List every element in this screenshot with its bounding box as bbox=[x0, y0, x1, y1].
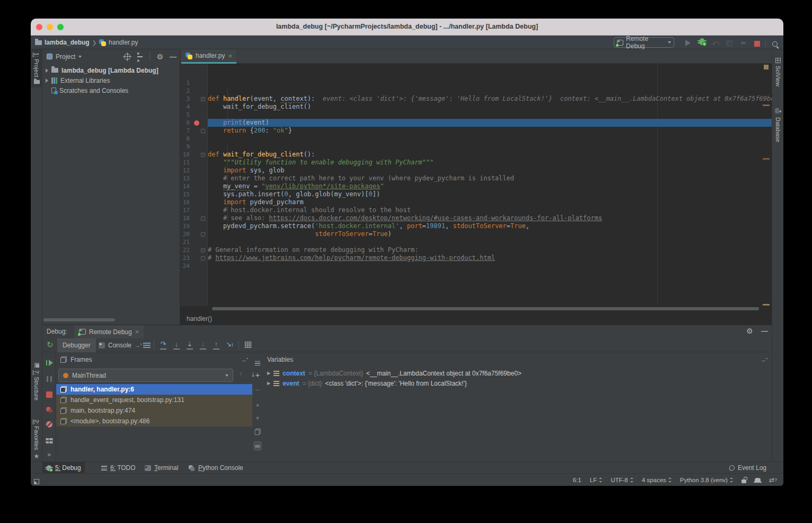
close-icon[interactable]: × bbox=[228, 52, 232, 60]
expand-arrow-icon[interactable]: ▶ bbox=[267, 381, 270, 386]
show-watches-toggle[interactable]: ∞ bbox=[253, 441, 261, 450]
add-watch-icon[interactable]: + bbox=[255, 371, 260, 378]
tool-window-button-terminal[interactable]: Terminal bbox=[141, 462, 182, 474]
tool-window-button-structure[interactable]: 7: Structure bbox=[31, 360, 42, 404]
fold-marker-icon[interactable] bbox=[201, 248, 205, 252]
move-down-icon[interactable]: ▼ bbox=[255, 415, 260, 422]
stack-frame-row[interactable]: main, bootstrap.py:474 bbox=[56, 405, 252, 416]
tool-window-button-project[interactable]: 1: Project bbox=[31, 49, 42, 88]
editor-horizontal-scrollbar[interactable] bbox=[212, 307, 759, 310]
step-into-icon[interactable]: ↓ bbox=[171, 341, 182, 350]
tab-console[interactable]: Console → bbox=[93, 338, 147, 352]
run-configuration-select[interactable]: Remote Debug bbox=[614, 37, 674, 48]
project-horizontal-scrollbar[interactable] bbox=[43, 318, 115, 321]
pause-icon[interactable] bbox=[47, 374, 52, 384]
hide-panel-icon[interactable]: — bbox=[761, 327, 768, 335]
fold-marker-icon[interactable] bbox=[201, 153, 205, 157]
tool-window-button--todo[interactable]: 6: TODO bbox=[98, 462, 139, 474]
more-actions-icon[interactable]: » bbox=[47, 451, 51, 458]
indent-widget[interactable]: 4 spaces bbox=[642, 477, 672, 483]
pin-icon[interactable]: → bbox=[241, 356, 248, 363]
restore-layout-icon[interactable] bbox=[46, 436, 52, 446]
interpreter-widget[interactable]: Python 3.8 (venv) bbox=[680, 477, 733, 483]
caret-position-widget[interactable]: 6:1 bbox=[573, 477, 581, 483]
tool-window-button-sciview[interactable]: SciView bbox=[772, 55, 783, 90]
stack-frame-row[interactable]: handle_event_request, bootstrap.py:131 bbox=[56, 395, 252, 405]
expand-arrow-icon[interactable] bbox=[46, 79, 48, 83]
layout-options-icon[interactable] bbox=[255, 361, 260, 366]
code-viewport[interactable]: 123456789101112131415161718192021222324 … bbox=[180, 64, 772, 306]
fold-marker-icon[interactable] bbox=[201, 97, 205, 101]
error-stripe-mark[interactable] bbox=[763, 158, 770, 160]
tool-window-button-database[interactable]: Database bbox=[772, 105, 783, 145]
previous-frame-icon[interactable]: ↑ bbox=[239, 370, 243, 378]
profiler-button[interactable]: ◰ bbox=[725, 39, 734, 47]
tool-window-button-favorites[interactable]: 2: Favorites ★ bbox=[31, 416, 42, 463]
force-step-into-icon[interactable]: ↓ bbox=[198, 341, 208, 350]
tree-item[interactable]: Scratches and Consoles bbox=[42, 85, 180, 95]
pin-icon[interactable]: → bbox=[761, 356, 767, 363]
view-options-icon[interactable] bbox=[143, 343, 151, 348]
rerun-icon[interactable]: ↻ bbox=[47, 341, 54, 348]
tool-window-switcher-icon[interactable] bbox=[34, 477, 39, 486]
error-stripe-mark[interactable] bbox=[763, 104, 770, 106]
collapse-all-icon[interactable] bbox=[137, 54, 143, 60]
mute-breakpoints-icon[interactable] bbox=[46, 420, 52, 430]
fold-marker-icon[interactable] bbox=[201, 129, 205, 133]
evaluate-expression-icon[interactable] bbox=[245, 342, 251, 348]
gear-icon[interactable]: ⚙ bbox=[746, 327, 753, 335]
resume-icon[interactable] bbox=[46, 359, 52, 368]
debug-button[interactable] bbox=[698, 38, 706, 46]
move-up-icon[interactable]: ▲ bbox=[255, 401, 260, 408]
run-with-coverage-button[interactable]: ⤺ bbox=[711, 39, 720, 47]
search-everywhere-button[interactable] bbox=[771, 39, 779, 47]
editor-tab-handler[interactable]: handler.py × bbox=[181, 49, 236, 64]
duplicate-watch-icon[interactable] bbox=[255, 429, 261, 436]
expand-arrow-icon[interactable]: ▶ bbox=[267, 371, 270, 376]
tree-item[interactable]: lambda_debug [Lambda Debug] bbox=[42, 65, 180, 75]
breakpoint-dot[interactable] bbox=[194, 120, 199, 126]
view-breakpoints-icon[interactable] bbox=[46, 405, 52, 415]
thread-selector[interactable]: MainThread bbox=[58, 369, 233, 382]
stop-icon[interactable] bbox=[46, 390, 52, 400]
highlighting-level-icon[interactable] bbox=[755, 478, 761, 483]
step-out-icon[interactable]: ↑ bbox=[211, 341, 222, 350]
event-log-button[interactable]: Event Log bbox=[729, 462, 766, 474]
locate-file-icon[interactable] bbox=[124, 54, 130, 60]
editor-breadcrumb[interactable]: handler() bbox=[180, 313, 772, 325]
tab-debugger[interactable]: Debugger bbox=[57, 338, 96, 352]
variable-row[interactable]: ▶context= {LambdaContext}<__main__.Lambd… bbox=[263, 368, 772, 378]
stack-frame-row[interactable]: <module>, bootstrap.py:486 bbox=[56, 416, 252, 426]
gear-icon[interactable]: ⚙ bbox=[156, 53, 163, 60]
variable-row[interactable]: ▶event= {dict}<class 'dict'>: {'message'… bbox=[263, 378, 772, 388]
project-panel-title[interactable]: Project bbox=[56, 53, 75, 60]
tree-item[interactable]: External Libraries bbox=[42, 75, 180, 85]
breadcrumb-project[interactable]: lambda_debug bbox=[45, 39, 90, 46]
run-to-cursor-icon[interactable]: ↘I bbox=[224, 341, 235, 350]
concurrency-diagram-button[interactable]: ⇻ bbox=[739, 39, 747, 47]
debug-session-tab[interactable]: Remote Debug × bbox=[74, 325, 144, 338]
tool-window-button--debug[interactable]: 5: Debug bbox=[42, 462, 85, 474]
sync-settings-icon[interactable]: ⇄? bbox=[769, 476, 777, 484]
line-separator-widget[interactable]: LF bbox=[590, 477, 602, 483]
pin-icon[interactable]: → bbox=[135, 342, 142, 348]
stop-button[interactable] bbox=[753, 39, 761, 47]
stack-frame-row[interactable]: handler, handler.py:6 bbox=[56, 384, 252, 395]
fold-marker-icon[interactable] bbox=[201, 232, 205, 237]
fold-marker-icon[interactable] bbox=[201, 256, 205, 260]
tool-window-button-python-console[interactable]: Python Console bbox=[184, 462, 247, 474]
step-into-my-code-icon[interactable]: ⇣ bbox=[184, 341, 195, 350]
run-button[interactable] bbox=[684, 39, 692, 47]
hide-panel-icon[interactable]: — bbox=[170, 53, 176, 60]
expand-arrow-icon[interactable] bbox=[46, 68, 48, 73]
unlocked-icon[interactable] bbox=[742, 477, 746, 483]
step-over-icon[interactable]: ↷ bbox=[158, 341, 169, 350]
encoding-widget[interactable]: UTF-8 bbox=[611, 477, 633, 483]
close-icon[interactable]: × bbox=[135, 328, 139, 336]
fold-marker-icon[interactable] bbox=[201, 216, 205, 221]
code-pane[interactable]: def handler(event, context): event: <cla… bbox=[208, 79, 772, 270]
remove-watch-icon[interactable]: − bbox=[255, 386, 260, 393]
error-stripe-mark[interactable] bbox=[763, 304, 770, 306]
error-stripe-mark[interactable] bbox=[764, 65, 769, 69]
breadcrumb-file[interactable]: handler.py bbox=[109, 39, 138, 46]
